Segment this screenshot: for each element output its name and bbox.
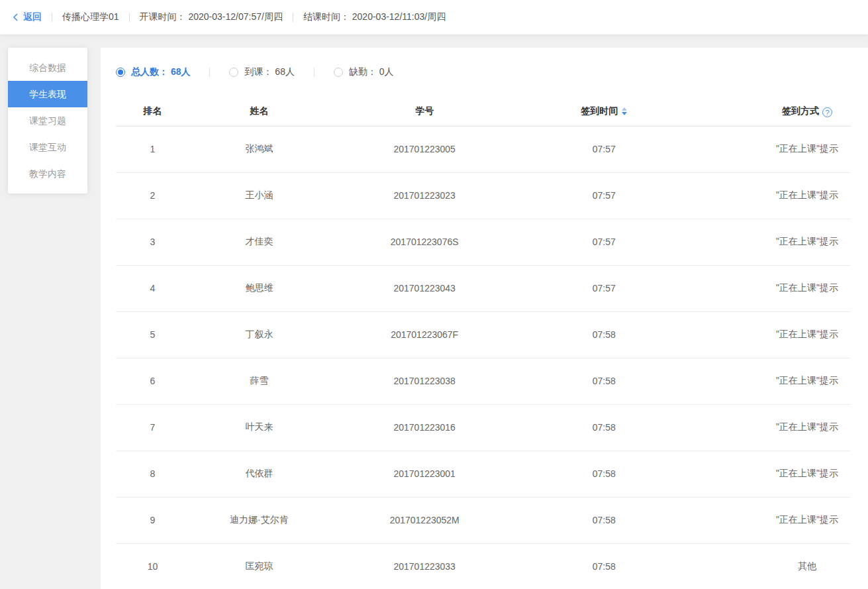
sign-in-time-cell: 07:58 — [520, 404, 704, 451]
name-cell: 才佳奕 — [189, 219, 329, 265]
divider — [209, 68, 210, 77]
table-row: 10匡宛琼20170122303307:58其他 — [116, 543, 851, 589]
attendance-table: 排名姓名学号签到时间签到方式? 1张鸿斌20170122300507:57"正在… — [116, 97, 851, 589]
student-id-cell: 201701223067F — [329, 311, 520, 358]
sign-in-time-cell: 07:58 — [520, 311, 704, 358]
back-chevron-icon — [12, 13, 19, 22]
name-cell: 薛雪 — [189, 358, 329, 404]
rank-cell: 4 — [116, 265, 189, 311]
sign-in-time-cell: 07:57 — [520, 265, 704, 311]
course-end-time: 结课时间： 2020-03-12/11:03/周四 — [303, 11, 446, 23]
rank-cell: 10 — [116, 543, 189, 589]
column-label: 签到方式 — [782, 105, 819, 116]
divider — [293, 13, 293, 22]
student-id-cell: 201701223023 — [329, 172, 520, 219]
sort-desc-arrow-icon — [622, 112, 627, 115]
name-cell: 鲍思维 — [189, 265, 329, 311]
sidebar-item-exercises[interactable]: 课堂习题 — [8, 107, 87, 134]
filter-radio-present[interactable]: 到课： 68人 — [229, 66, 294, 78]
name-cell: 王小涵 — [189, 172, 329, 219]
filter-radio-total[interactable]: 总人数： 68人 — [116, 66, 190, 78]
sidebar-item-overview[interactable]: 综合数据 — [8, 54, 87, 81]
course-start-time: 开课时间： 2020-03-12/07:57/周四 — [140, 11, 283, 23]
filter-label: 总人数： 68人 — [131, 66, 190, 78]
sign-in-time-cell: 07:58 — [520, 451, 704, 497]
student-id-cell: 201701223005 — [329, 126, 520, 172]
rank-cell: 7 — [116, 404, 189, 451]
divider — [129, 13, 130, 22]
table-row: 8代依群20170122300107:58"正在上课"提示 — [116, 451, 851, 497]
divider — [314, 68, 314, 77]
table-row: 7叶天来20170122301607:58"正在上课"提示 — [116, 404, 851, 451]
rank-cell: 8 — [116, 451, 189, 497]
sign-in-time-cell: 07:57 — [520, 126, 704, 172]
sidebar-item-student-performance[interactable]: 学生表现 — [8, 81, 87, 107]
student-id-cell: 201701223043 — [329, 265, 520, 311]
table-row: 4鲍思维20170122304307:57"正在上课"提示 — [116, 265, 851, 311]
sign-in-method-cell: "正在上课"提示 — [704, 451, 851, 497]
sign-in-method-cell: "正在上课"提示 — [704, 404, 851, 451]
main-panel: 总人数： 68人到课： 68人缺勤： 0人 排名姓名学号签到时间签到方式? 1张… — [101, 48, 868, 589]
table-row: 3才佳奕201701223076S07:57"正在上课"提示 — [116, 219, 851, 265]
rank-cell: 2 — [116, 172, 189, 219]
sign-in-method-cell: "正在上课"提示 — [704, 311, 851, 358]
student-id-cell: 201701223033 — [329, 543, 520, 589]
name-cell: 丁叙永 — [189, 311, 329, 358]
column-header-student-id: 学号 — [329, 97, 520, 126]
column-header-sign-in-method: 签到方式? — [704, 97, 851, 126]
student-id-cell: 201701223001 — [329, 451, 520, 497]
rank-cell: 6 — [116, 358, 189, 404]
sign-in-method-cell: "正在上课"提示 — [704, 172, 851, 219]
table-row: 2王小涵20170122302307:57"正在上课"提示 — [116, 172, 851, 219]
back-label: 返回 — [23, 11, 42, 23]
sign-in-time-cell: 07:58 — [520, 497, 704, 543]
table-row: 9迪力娜·艾尔肯201701223052M07:58"正在上课"提示 — [116, 497, 851, 543]
student-id-cell: 201701223038 — [329, 358, 520, 404]
help-icon[interactable]: ? — [822, 107, 832, 117]
topbar: 返回 传播心理学01 开课时间： 2020-03-12/07:57/周四 结课时… — [0, 0, 868, 34]
name-cell: 叶天来 — [189, 404, 329, 451]
table-body: 1张鸿斌20170122300507:57"正在上课"提示2王小涵2017012… — [116, 126, 851, 589]
sidebar-item-teaching-content[interactable]: 教学内容 — [8, 160, 87, 187]
table-row: 5丁叙永201701223067F07:58"正在上课"提示 — [116, 311, 851, 358]
name-cell: 代依群 — [189, 451, 329, 497]
sidebar-item-interaction[interactable]: 课堂互动 — [8, 134, 87, 160]
sign-in-time-cell: 07:57 — [520, 172, 704, 219]
column-label: 学号 — [415, 105, 434, 116]
sort-asc-arrow-icon — [622, 107, 627, 111]
student-id-cell: 201701223016 — [329, 404, 520, 451]
rank-cell: 1 — [116, 126, 189, 172]
column-label: 姓名 — [250, 105, 268, 116]
student-id-cell: 201701223076S — [329, 219, 520, 265]
rank-cell: 3 — [116, 219, 189, 265]
rank-cell: 9 — [116, 497, 189, 543]
back-button[interactable]: 返回 — [12, 11, 42, 23]
name-cell: 张鸿斌 — [189, 126, 329, 172]
filter-label: 缺勤： 0人 — [349, 66, 394, 78]
student-id-cell: 201701223052M — [329, 497, 520, 543]
name-cell: 匡宛琼 — [189, 543, 329, 589]
page-body: 综合数据学生表现课堂习题课堂互动教学内容 总人数： 68人到课： 68人缺勤： … — [0, 34, 868, 589]
radio-icon — [116, 68, 125, 77]
sign-in-method-cell: "正在上课"提示 — [704, 126, 851, 172]
sign-in-method-cell: "正在上课"提示 — [704, 497, 851, 543]
table-row: 6薛雪20170122303807:58"正在上课"提示 — [116, 358, 851, 404]
column-header-sign-in-time[interactable]: 签到时间 — [520, 97, 704, 126]
table-row: 1张鸿斌20170122300507:57"正在上课"提示 — [116, 126, 851, 172]
sort-icon[interactable] — [622, 107, 627, 115]
sign-in-method-cell: "正在上课"提示 — [704, 358, 851, 404]
name-cell: 迪力娜·艾尔肯 — [189, 497, 329, 543]
rank-cell: 5 — [116, 311, 189, 358]
column-header-rank: 排名 — [116, 97, 189, 126]
sidebar-list: 综合数据学生表现课堂习题课堂互动教学内容 — [8, 54, 87, 187]
sign-in-time-cell: 07:57 — [520, 219, 704, 265]
column-header-name: 姓名 — [189, 97, 329, 126]
sidebar: 综合数据学生表现课堂习题课堂互动教学内容 — [8, 48, 87, 193]
sign-in-method-cell: "正在上课"提示 — [704, 265, 851, 311]
column-label: 签到时间 — [581, 105, 618, 116]
filter-radio-absent[interactable]: 缺勤： 0人 — [334, 66, 394, 78]
sign-in-method-cell: 其他 — [704, 543, 851, 589]
sign-in-time-cell: 07:58 — [520, 543, 704, 589]
sign-in-method-cell: "正在上课"提示 — [704, 219, 851, 265]
attendance-filters: 总人数： 68人到课： 68人缺勤： 0人 — [116, 62, 851, 82]
